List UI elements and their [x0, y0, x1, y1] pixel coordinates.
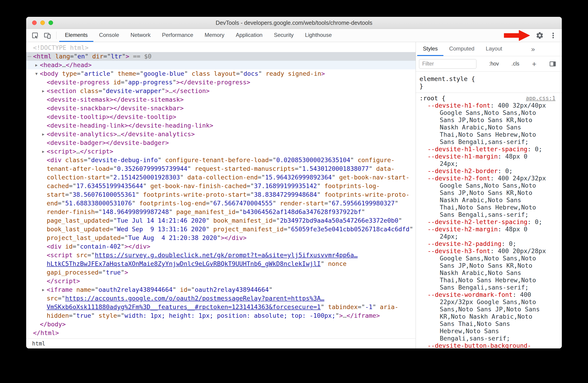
rule-selector[interactable]: element.style	[420, 75, 467, 82]
dock-sidebar-icon[interactable]	[549, 60, 556, 68]
tab-network[interactable]: Network	[125, 29, 156, 42]
new-style-rule-button[interactable]: +	[532, 60, 537, 68]
css-property[interactable]: --devsite-h1-letter-spacing: 0;	[416, 146, 562, 153]
code-token: "	[173, 286, 176, 293]
window-titlebar[interactable]: DevTools - developers.google.com/web/too…	[26, 17, 562, 29]
css-property-value[interactable]: 0;	[509, 240, 517, 247]
code-token: <devsite-snackbar></devsite-snackbar>	[47, 105, 184, 112]
css-property-name[interactable]: --devsite-h2-border	[427, 167, 498, 174]
dom-tree-node[interactable]: <devsite-progress id="app-progress"></de…	[26, 78, 416, 87]
code-token: en	[77, 53, 85, 60]
css-property[interactable]: --devsite-h2-font: 400 24px/32px Google …	[416, 175, 562, 218]
css-property-name[interactable]: --devsite-wordmark-font	[427, 291, 513, 298]
css-property[interactable]: --devsite-h1-font: 400 32px/40px Google …	[416, 102, 562, 146]
tab-lighthouse[interactable]: Lighthouse	[299, 29, 337, 42]
dom-tree-node[interactable]: <div class="devsite-debug-info" configur…	[26, 156, 416, 242]
minimize-button[interactable]	[40, 20, 45, 25]
css-property-value[interactable]: 400 22px/32px Google Sans,Noto Sans,Noto…	[440, 291, 543, 342]
code-token: ="	[324, 200, 332, 207]
css-property[interactable]: --devsite-h3-font: 400 20px/28px Google …	[416, 248, 562, 291]
expand-arrow-icon[interactable]: ▶	[40, 87, 46, 95]
code-token: "	[217, 234, 221, 241]
code-token: src	[73, 251, 87, 259]
css-property[interactable]: --devsite-wordmark-font: 400 22px/32px G…	[416, 291, 562, 342]
css-property-value[interactable]: 0;	[535, 218, 542, 225]
dom-tree-node[interactable]: <script src="https://survey.g.doubleclic…	[26, 251, 416, 277]
code-token: contain-402	[80, 243, 121, 250]
dom-tree-node[interactable]: <div id="contain-402"></div>	[26, 242, 416, 251]
css-property[interactable]: --devsite-h1-margin: 48px 0 24px;	[416, 153, 562, 167]
css-property-name[interactable]: --devsite-h2-margin	[427, 226, 498, 233]
tab-memory[interactable]: Memory	[199, 29, 230, 42]
css-property[interactable]: --devsite-h2-letter-spacing: 0;	[416, 218, 562, 226]
inspect-element-button[interactable]	[29, 29, 41, 42]
code-token: "	[273, 200, 276, 207]
code-token: <devsite-progress	[47, 79, 109, 86]
dom-tree-node[interactable]: ▶<iframe name="oauth2relay438944664" id=…	[26, 286, 416, 320]
code-token: ="	[103, 53, 111, 60]
collapse-arrow-icon[interactable]: ▼	[33, 69, 39, 78]
dom-tree-node[interactable]: ▶<section class="devsite-wrapper">…</sec…	[26, 87, 416, 95]
tab-security[interactable]: Security	[268, 29, 299, 42]
element-classes-button[interactable]: .cls	[511, 61, 520, 67]
toggle-element-state-button[interactable]: :hov	[489, 61, 499, 67]
css-property-name[interactable]: --devsite-h3-font	[427, 248, 490, 254]
dom-tree-node[interactable]: <devsite-heading-link></devsite-heading-…	[26, 121, 416, 130]
breadcrumb-item-html[interactable]: html	[32, 341, 45, 347]
css-property[interactable]: --devsite-h2-margin: 48px 0 24px;	[416, 226, 562, 240]
tab-elements[interactable]: Elements	[59, 29, 93, 42]
dom-tree-node[interactable]: ▼<body type="article" theme="google-blue…	[26, 69, 416, 78]
styles-filter-input[interactable]	[419, 59, 476, 69]
settings-button[interactable]	[534, 31, 546, 39]
css-property-name[interactable]: --devsite-button-background-hover	[427, 342, 531, 348]
tab-performance[interactable]: Performance	[156, 29, 199, 42]
dom-tree-node[interactable]: <devsite-sitemask></devsite-sitemask>	[26, 95, 416, 104]
css-property[interactable]: --devsite-button-background-hover	[416, 342, 562, 348]
more-options-button[interactable]	[549, 32, 557, 39]
dom-tree-node[interactable]: </html>	[26, 329, 416, 337]
code-token: ="	[247, 182, 254, 190]
stylesheet-source-link[interactable]: app.css:1	[526, 95, 555, 102]
code-token: ="	[87, 251, 95, 259]
device-toolbar-button[interactable]	[41, 29, 54, 42]
css-property-name[interactable]: --devsite-h2-font	[427, 175, 490, 182]
dom-tree-node[interactable]: </body>	[26, 320, 416, 329]
rule-selector-line[interactable]: app.css:1:root {	[416, 95, 562, 102]
rule-selector-line[interactable]: element.style {	[416, 75, 562, 83]
css-property[interactable]: --devsite-h2-padding: 0;	[416, 240, 562, 248]
css-property-name[interactable]: --devsite-h2-letter-spacing	[427, 218, 527, 225]
css-property-name[interactable]: --devsite-h2-padding	[427, 240, 502, 247]
css-property[interactable]: --devsite-h2-border: 0;	[416, 167, 562, 175]
dom-tree-node[interactable]: <devsite-tooltip></devsite-tooltip>	[26, 113, 416, 121]
dom-tree-node[interactable]: <devsite-snackbar></devsite-snackbar>	[26, 104, 416, 113]
code-token: <script	[47, 251, 73, 259]
dom-tree-node[interactable]: ⋯<html lang="en" dir="ltr"> == $0	[26, 52, 416, 61]
attribute-url-link[interactable]: https://accounts.google.com/o/oauth2/pos…	[47, 295, 324, 310]
dom-tree-node[interactable]: ▶<head>…</head>	[26, 61, 416, 69]
sidebar-tab-styles[interactable]: Styles	[417, 42, 443, 56]
css-property-name[interactable]: --devsite-h1-margin	[427, 153, 498, 160]
css-property-value[interactable]: 0;	[535, 146, 542, 153]
tab-console[interactable]: Console	[93, 29, 125, 42]
expand-arrow-icon[interactable]: ▶	[40, 286, 46, 294]
sidebar-tab-layout[interactable]: Layout	[480, 42, 508, 56]
expand-arrow-icon[interactable]: ▶	[40, 147, 46, 156]
expand-arrow-icon[interactable]: ▶	[40, 130, 46, 138]
code-token: data-collection-end	[184, 174, 258, 181]
dom-tree-node[interactable]: ▶<devsite-analytics>…</devsite-analytics…	[26, 130, 416, 138]
zoom-button[interactable]	[48, 20, 53, 25]
sidebar-tab-computed[interactable]: Computed	[443, 42, 480, 56]
css-property-name[interactable]: --devsite-h1-letter-spacing	[427, 146, 527, 153]
dom-tree-node[interactable]: <!DOCTYPE html>	[26, 43, 416, 52]
more-tabs-button[interactable]: »	[531, 45, 535, 53]
css-property-value[interactable]: 0;	[505, 167, 513, 174]
rule-selector[interactable]: :root	[420, 95, 438, 102]
close-button[interactable]	[32, 20, 37, 25]
css-property-name[interactable]: --devsite-h1-font	[427, 102, 490, 109]
code-token: name	[73, 286, 91, 293]
dom-tree-node[interactable]: </script>	[26, 277, 416, 286]
tab-application[interactable]: Application	[230, 29, 268, 42]
dom-tree-node[interactable]: <devsite-badger></devsite-badger>	[26, 138, 416, 147]
dom-tree-node[interactable]: ▶<script>…</script>	[26, 147, 416, 156]
expand-arrow-icon[interactable]: ▶	[33, 61, 39, 69]
